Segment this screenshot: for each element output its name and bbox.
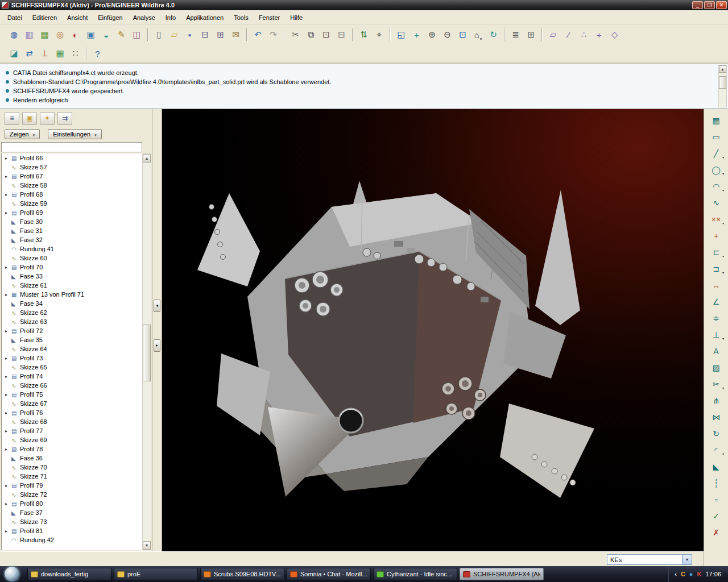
tree-item-profil-74[interactable]: ▸▤Profil 74 <box>2 372 142 381</box>
dropdown-arrow-icon[interactable]: ▾ <box>722 452 724 456</box>
palette-tool-icon[interactable]: ▨ <box>708 361 724 374</box>
tree-item-profil-79[interactable]: ▸▤Profil 79 <box>2 481 142 490</box>
expand-arrow-icon[interactable]: ▸ <box>5 156 11 161</box>
taskbar-item-somnia-chat-mozill[interactable]: Somnia • Chat - Mozill... <box>287 568 371 580</box>
paste-icon[interactable]: ⊡ <box>319 28 333 42</box>
model-search-icon[interactable]: ◎ <box>53 28 67 42</box>
csys-tool-icon[interactable]: + <box>708 229 724 242</box>
tree-item-skizze-66[interactable]: ∿Skizze 66 <box>2 381 142 390</box>
centerline-tool-icon[interactable]: ┆ <box>708 476 724 489</box>
expand-arrow-icon[interactable]: ▸ <box>5 447 11 452</box>
saved-tree-icon[interactable]: ✦ <box>40 112 55 125</box>
tree-item-skizze-69[interactable]: ∿Skizze 69 <box>2 435 142 444</box>
find-icon[interactable]: ⌖ <box>372 28 386 42</box>
email-icon[interactable]: ✉ <box>229 28 243 42</box>
tree-item-skizze-63[interactable]: ∿Skizze 63 <box>2 317 142 326</box>
dropdown-arrow-icon[interactable]: ▾ <box>722 336 724 340</box>
tree-item-skizze-70[interactable]: ∿Skizze 70 <box>2 463 142 472</box>
new-file-icon[interactable]: ▯ <box>152 28 166 42</box>
tree-item-fase-36[interactable]: ◣Fase 36 <box>2 454 142 463</box>
tray-app-3-icon[interactable]: K <box>697 571 702 577</box>
regenerate-icon[interactable]: ⇅ <box>357 28 371 42</box>
tree-item-skizze-61[interactable]: ∿Skizze 61 <box>2 281 142 290</box>
zoom-out-icon[interactable]: ⊖ <box>440 28 454 42</box>
print-icon[interactable]: ⊟ <box>198 28 212 42</box>
folder-navigator-icon[interactable]: ▥ <box>22 28 36 42</box>
tree-filters-icon[interactable]: ⇉ <box>57 112 72 125</box>
modify-dimension-icon[interactable]: ≑ <box>708 311 724 325</box>
scroll-up-icon[interactable]: ▲ <box>143 154 151 163</box>
taskbar-item-proe[interactable]: proE <box>114 568 198 580</box>
scroll-up-icon[interactable]: ▲ <box>719 65 726 73</box>
scroll-down-icon[interactable]: ▼ <box>143 541 151 550</box>
tree-item-skizze-64[interactable]: ∿Skizze 64 <box>2 344 142 354</box>
tree-item-muster-13-von-profil-71[interactable]: ▸▦Muster 13 von Profil 71 <box>2 290 142 299</box>
save-icon[interactable]: ▪ <box>183 28 197 42</box>
tree-item-fase-31[interactable]: ◣Fase 31 <box>2 226 142 235</box>
dropdown-arrow-icon[interactable]: ▾ <box>722 386 724 390</box>
grid-display-toggle-icon[interactable]: ▦ <box>53 47 67 61</box>
tree-item-skizze-57[interactable]: ∿Skizze 57 <box>2 163 142 172</box>
expand-arrow-icon[interactable]: ▸ <box>5 174 11 179</box>
web-publish-icon[interactable]: ◒ <box>99 28 113 42</box>
tree-item-skizze-58[interactable]: ∿Skizze 58 <box>2 181 142 190</box>
tree-item-profil-72[interactable]: ▸▤Profil 72 <box>2 326 142 335</box>
render-scene-icon[interactable]: ◐ <box>68 28 82 42</box>
expand-arrow-icon[interactable]: ▸ <box>5 483 11 488</box>
datum-axes-toggle-icon[interactable]: ∕ <box>561 28 576 42</box>
spin-center-icon[interactable]: + <box>410 28 424 42</box>
print-preview-icon[interactable]: ⊞ <box>213 28 228 42</box>
accept-sketch-icon[interactable]: ✓ <box>708 509 724 522</box>
menu-datei[interactable]: Datei <box>2 12 27 23</box>
layers-icon[interactable]: ≣ <box>508 28 523 42</box>
expand-arrow-icon[interactable]: ▸ <box>5 410 11 415</box>
tree-item-fase-35[interactable]: ◣Fase 35 <box>2 335 142 344</box>
dimension-tool-icon[interactable]: ↔ <box>708 278 724 292</box>
arc-tool-icon[interactable]: ◠▾ <box>708 180 724 193</box>
model-tree-scrollbar[interactable]: ▲ ▼ <box>142 153 151 550</box>
tree-item-fase-33[interactable]: ◣Fase 33 <box>2 272 142 281</box>
tree-item-skizze-72[interactable]: ∿Skizze 72 <box>2 490 142 499</box>
expand-arrow-icon[interactable]: ▸ <box>5 529 11 534</box>
tree-item-skizze-60[interactable]: ∿Skizze 60 <box>2 253 142 263</box>
tree-item-profil-81[interactable]: ▸▤Profil 81 <box>2 526 142 535</box>
spline-tool-icon[interactable]: ∿ <box>708 196 724 209</box>
titlebar[interactable]: SCHIFFSRUMPFX4 (Aktiv) - Pro/ENGINEER Wi… <box>0 0 728 10</box>
expand-arrow-icon[interactable]: ▸ <box>5 429 11 434</box>
expand-arrow-icon[interactable]: ▸ <box>5 356 11 361</box>
vertex-display-toggle-icon[interactable]: ∷ <box>68 47 82 61</box>
tree-item-profil-68[interactable]: ▸▤Profil 68 <box>2 190 142 199</box>
tree-item-profil-80[interactable]: ▸▤Profil 80 <box>2 499 142 508</box>
dropdown-arrow-icon[interactable]: ▾ <box>722 254 724 258</box>
tree-item-fase-34[interactable]: ◣Fase 34 <box>2 299 142 308</box>
tree-columns-icon[interactable]: ≡ <box>5 112 19 125</box>
hidden-icons-arrow[interactable]: ‹ <box>675 571 677 577</box>
tree-item-profil-76[interactable]: ▸▤Profil 76 <box>2 408 142 417</box>
sash-expand-icon[interactable]: ▸ <box>154 339 160 352</box>
combo-dropdown-icon[interactable]: ▾ <box>682 555 692 564</box>
saved-views-icon[interactable]: ⌂▾ <box>471 28 485 42</box>
repaint-icon[interactable]: ↻ <box>486 28 500 42</box>
start-button[interactable] <box>5 567 19 581</box>
taskbar-item-schiffsrumpfx4-ak[interactable]: SCHIFFSRUMPFX4 (Ak... <box>460 568 544 580</box>
close-button[interactable]: ✕ <box>716 1 727 9</box>
tree-item-skizze-73[interactable]: ∿Skizze 73 <box>2 517 142 526</box>
tree-item-profil-70[interactable]: ▸▤Profil 70 <box>2 263 142 272</box>
tree-button-einstellungen[interactable]: Einstellungen▾ <box>48 129 102 139</box>
menu-einfügen[interactable]: Einfügen <box>93 12 127 23</box>
use-edge-tool-icon[interactable]: ⊏▾ <box>708 246 724 259</box>
line-tool-icon[interactable]: ╱▾ <box>708 147 724 160</box>
dropdown-arrow-icon[interactable]: ▾ <box>722 155 724 159</box>
tree-item-skizze-59[interactable]: ∿Skizze 59 <box>2 199 142 208</box>
view-manager-icon[interactable]: ⊞ <box>524 28 538 42</box>
cut-icon[interactable]: ✂ <box>288 28 303 42</box>
menu-ansicht[interactable]: Ansicht <box>62 12 93 23</box>
taskbar-item-downloads-fertig[interactable]: downloads_fertig <box>27 568 111 580</box>
menu-info[interactable]: Info <box>160 12 181 23</box>
markup-icon[interactable]: ✎ <box>114 28 129 42</box>
constraint-display-toggle-icon[interactable]: ⊥ <box>38 47 52 61</box>
menu-editieren[interactable]: Editieren <box>27 12 62 23</box>
copy-icon[interactable]: ⧉ <box>304 28 318 42</box>
maximize-button[interactable]: ❐ <box>704 1 715 9</box>
tree-item-skizze-68[interactable]: ∿Skizze 68 <box>2 417 142 426</box>
